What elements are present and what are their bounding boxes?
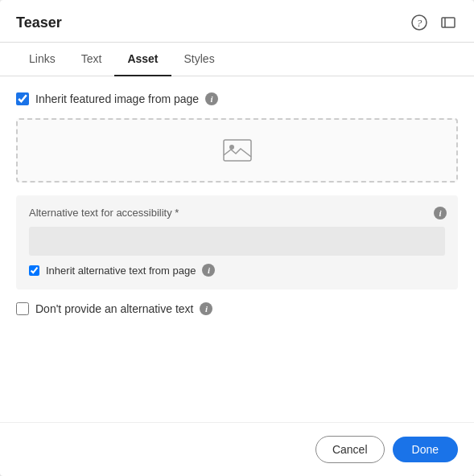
help-icon: ? bbox=[411, 14, 427, 31]
dialog-title: Teaser bbox=[16, 14, 62, 31]
no-alt-info-icon[interactable]: i bbox=[200, 302, 212, 315]
tabs: Links Text Asset Styles bbox=[0, 43, 474, 76]
tab-text[interactable]: Text bbox=[68, 43, 115, 76]
alt-text-section: i Alternative text for accessibility * I… bbox=[16, 195, 458, 289]
inherit-alt-label: Inherit alternative text from page bbox=[46, 265, 196, 277]
footer: Cancel Done bbox=[0, 422, 474, 476]
image-dropzone[interactable] bbox=[16, 118, 458, 183]
help-button[interactable]: ? bbox=[410, 13, 429, 32]
dialog-header: Teaser ? bbox=[0, 0, 474, 43]
tab-styles[interactable]: Styles bbox=[171, 43, 228, 76]
svg-point-5 bbox=[229, 145, 234, 150]
inherit-alt-info-icon[interactable]: i bbox=[202, 264, 215, 277]
svg-text:?: ? bbox=[417, 17, 422, 29]
no-alt-checkbox[interactable] bbox=[16, 302, 29, 315]
alt-text-section-info-icon[interactable]: i bbox=[434, 207, 447, 220]
expand-icon bbox=[440, 14, 456, 31]
inherit-alt-row: Inherit alternative text from page i bbox=[29, 264, 445, 277]
inherit-image-label: Inherit featured image from page bbox=[35, 92, 199, 105]
alt-text-label: Alternative text for accessibility * bbox=[29, 207, 445, 219]
done-button[interactable]: Done bbox=[393, 437, 458, 462]
inherit-image-row: Inherit featured image from page i bbox=[16, 92, 458, 105]
svg-rect-4 bbox=[224, 140, 251, 161]
content: Inherit featured image from page i i Alt… bbox=[0, 76, 474, 422]
header-icons: ? bbox=[410, 13, 458, 32]
inherit-image-checkbox[interactable] bbox=[16, 92, 29, 105]
svg-rect-2 bbox=[442, 18, 455, 27]
cancel-button[interactable]: Cancel bbox=[315, 436, 385, 463]
no-alt-row: Don't provide an alternative text i bbox=[16, 302, 458, 315]
inherit-image-info-icon[interactable]: i bbox=[205, 92, 218, 105]
inherit-alt-checkbox[interactable] bbox=[29, 265, 39, 276]
no-alt-label: Don't provide an alternative text bbox=[35, 302, 193, 315]
dialog: Teaser ? Links Text Asset Styles bbox=[0, 0, 474, 476]
expand-button[interactable] bbox=[439, 13, 458, 32]
image-placeholder-icon bbox=[223, 139, 252, 162]
alt-text-input[interactable] bbox=[29, 227, 445, 256]
tab-links[interactable]: Links bbox=[16, 43, 68, 76]
tab-asset[interactable]: Asset bbox=[114, 43, 171, 76]
